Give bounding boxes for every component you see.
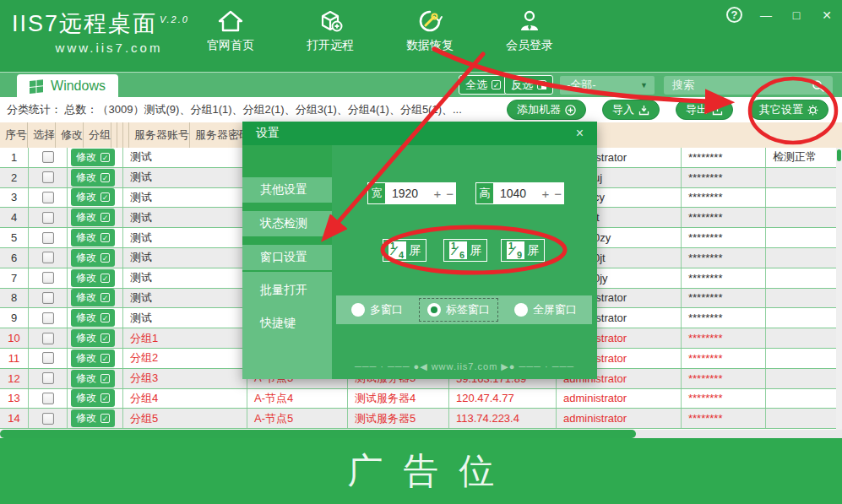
table-row: 13 修改✓ 分组4 A-节点4 测试服务器4 120.47.4.77 admi… (0, 389, 842, 409)
nav-data-recovery-label: 数据恢复 (406, 38, 454, 53)
row-checkbox[interactable] (42, 393, 54, 404)
radio-label: 标签窗口 (446, 302, 490, 317)
cell-group: 测试 (123, 188, 247, 208)
height-input[interactable]: 1040 (494, 187, 539, 200)
sidebar-item-window-settings[interactable]: 窗口设置 (242, 245, 332, 270)
search-input[interactable]: 搜索 (664, 76, 833, 95)
ad-banner: 广告位 (0, 438, 842, 504)
modify-button[interactable]: 修改✓ (71, 389, 115, 407)
row-select-cell (29, 389, 68, 409)
row-number: 1 (0, 148, 29, 167)
close-button[interactable]: ✕ (820, 8, 834, 22)
row-checkbox[interactable] (42, 372, 54, 384)
horizontal-scrollbar-thumb[interactable] (0, 430, 636, 438)
modify-button[interactable]: 修改✓ (71, 350, 115, 367)
sidebar-item-status-check[interactable]: 状态检测 (242, 211, 332, 236)
sidebar-item-hotkeys[interactable]: 快捷键 (260, 316, 296, 331)
row-modify-cell: 修改✓ (68, 228, 123, 247)
modify-button[interactable]: 修改✓ (71, 329, 115, 347)
add-machine-button[interactable]: 添加机器 (507, 100, 586, 120)
select-all-button[interactable]: 全选 ✓ (459, 75, 508, 95)
row-checkbox[interactable] (42, 352, 54, 364)
row-checkbox[interactable] (42, 151, 54, 163)
group-filter-dropdown[interactable]: -全部- ▼ (560, 76, 655, 95)
radio-icon (427, 303, 441, 317)
app-window: IIS7远程桌面V.2.0 www.iis7.com 官网首页 打开远程 数据恢… (0, 0, 842, 504)
cell-status (766, 369, 842, 388)
cell-node-name: A-节点4 (247, 389, 348, 409)
nav-data-recovery[interactable]: 数据恢复 (398, 7, 462, 53)
modify-button[interactable]: 修改✓ (71, 370, 115, 387)
modify-button[interactable]: 修改✓ (71, 289, 115, 306)
invert-select-button[interactable]: 反选 (504, 75, 553, 95)
modify-button[interactable]: 修改✓ (71, 149, 115, 166)
row-number: 13 (0, 389, 29, 409)
modify-button[interactable]: 修改✓ (71, 229, 115, 247)
radio-option[interactable]: 多窗口 (343, 298, 411, 322)
dialog-close-icon[interactable]: × (576, 126, 584, 141)
row-select-cell (29, 369, 68, 388)
cell-password: ******** (682, 369, 766, 388)
quarter-screen-button[interactable]: 1⁄4 屏 (383, 239, 426, 262)
radio-option[interactable]: 全屏窗口 (506, 298, 585, 322)
row-select-cell (29, 168, 68, 187)
import-button[interactable]: 导入 (602, 100, 660, 120)
row-checkbox[interactable] (42, 312, 54, 324)
modify-label: 修改 (76, 371, 96, 386)
modify-label: 修改 (76, 290, 96, 305)
column-header (111, 122, 117, 148)
row-checkbox[interactable] (42, 252, 54, 263)
ninth-screen-button[interactable]: 1⁄9 屏 (501, 239, 545, 262)
window-mode-radio-group: 多窗口 标签窗口 全屏窗口 (336, 295, 592, 324)
minimize-button[interactable]: — (759, 8, 773, 22)
export-button[interactable]: 导出 (676, 100, 733, 120)
row-number: 12 (0, 369, 29, 388)
width-input[interactable]: 1920 (386, 187, 431, 200)
row-modify-cell: 修改✓ (68, 369, 123, 388)
row-checkbox[interactable] (42, 292, 54, 304)
radio-icon (351, 303, 365, 317)
modify-button[interactable]: 修改✓ (71, 269, 115, 287)
help-button[interactable]: ? (726, 7, 742, 23)
modify-button[interactable]: 修改✓ (71, 409, 115, 427)
nav-home[interactable]: 官网首页 (198, 7, 263, 53)
row-checkbox[interactable] (42, 192, 54, 203)
other-settings-button[interactable]: 其它设置 (749, 100, 828, 120)
invert-select-label: 反选 (511, 78, 533, 93)
sidebar-item-other-settings[interactable]: 其他设置 (242, 177, 332, 203)
row-checkbox[interactable] (42, 171, 54, 183)
modify-label: 修改 (76, 391, 96, 405)
row-select-cell (29, 349, 68, 368)
width-decrement-button[interactable]: − (443, 187, 456, 201)
radio-label: 全屏窗口 (533, 302, 577, 317)
vertical-scrollbar-thumb[interactable] (837, 149, 841, 161)
row-checkbox[interactable] (42, 413, 54, 425)
height-increment-button[interactable]: + (539, 187, 551, 201)
radio-option[interactable]: 标签窗口 (419, 298, 498, 322)
modify-label: 修改 (76, 230, 96, 245)
edit-check-icon: ✓ (100, 274, 110, 283)
modify-button[interactable]: 修改✓ (71, 169, 115, 187)
modify-button[interactable]: 修改✓ (71, 188, 115, 206)
modify-button[interactable]: 修改✓ (71, 249, 115, 267)
modify-button[interactable]: 修改✓ (71, 309, 115, 327)
row-checkbox[interactable] (42, 232, 54, 244)
maximize-button[interactable]: □ (790, 8, 803, 22)
modify-button[interactable]: 修改✓ (71, 209, 115, 226)
gear-icon (807, 105, 818, 116)
nav-open-remote[interactable]: 打开远程 (298, 7, 362, 53)
row-checkbox[interactable] (42, 272, 54, 284)
modify-label: 修改 (76, 251, 96, 265)
tab-windows[interactable]: Windows (17, 74, 118, 98)
sidebar-item-batch-open[interactable]: 批量打开 (260, 283, 307, 298)
vertical-scrollbar[interactable] (836, 148, 842, 430)
cell-password: ******** (682, 188, 766, 208)
sixth-screen-button[interactable]: 1⁄6 屏 (443, 239, 487, 262)
category-stats-text: 分类统计： 总数：（3009）测试(9)、分组1(1)、分组2(1)、分组3(1… (0, 102, 462, 117)
row-checkbox[interactable] (42, 333, 54, 344)
horizontal-scrollbar[interactable] (0, 430, 842, 438)
row-checkbox[interactable] (42, 212, 54, 224)
nav-member-login[interactable]: 会员登录 (497, 7, 562, 53)
height-decrement-button[interactable]: − (551, 187, 564, 201)
width-increment-button[interactable]: + (431, 187, 443, 201)
